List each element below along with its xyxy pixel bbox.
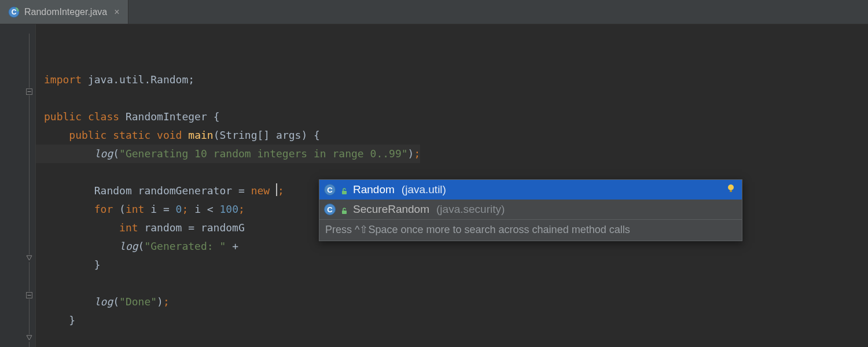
fold-toggle-icon[interactable]	[25, 88, 33, 95]
completion-item-name: Random	[353, 183, 395, 196]
tab-bar: C RandomInteger.java ×	[0, 0, 868, 24]
lightbulb-icon[interactable]	[726, 183, 736, 197]
completion-item-name: SecureRandom	[353, 203, 429, 216]
code-editor[interactable]: import java.util.Random; public class Ra…	[0, 24, 868, 347]
class-icon: C	[324, 204, 336, 215]
completion-item-package: (java.security)	[436, 203, 505, 216]
svg-point-10	[728, 184, 734, 190]
svg-rect-11	[730, 190, 732, 192]
svg-text:C: C	[12, 8, 17, 16]
code-completion-popup[interactable]: C Random (java.util) C SecureRandom (jav…	[319, 179, 742, 241]
completion-item-package: (java.util)	[402, 183, 446, 196]
gutter[interactable]	[0, 24, 36, 347]
completion-hint: Press ^⇧Space once more to search across…	[319, 219, 742, 241]
close-tab-icon[interactable]: ×	[112, 7, 119, 17]
public-lock-icon	[340, 205, 348, 213]
java-class-file-icon: C	[8, 6, 20, 18]
fold-guide-line	[29, 34, 30, 347]
fold-toggle-icon[interactable]	[25, 291, 33, 299]
completion-item[interactable]: C SecureRandom (java.security)	[319, 200, 742, 219]
fold-toggle-icon[interactable]	[25, 334, 33, 342]
fold-toggle-icon[interactable]	[25, 254, 33, 262]
tab-filename: RandomInteger.java	[24, 7, 107, 17]
public-lock-icon	[340, 186, 348, 194]
class-icon: C	[324, 184, 336, 195]
editor-tab[interactable]: C RandomInteger.java ×	[0, 0, 128, 24]
svg-marker-8	[27, 335, 32, 340]
text-caret	[276, 183, 277, 196]
svg-marker-5	[27, 256, 32, 260]
svg-rect-9	[342, 191, 347, 194]
completion-item[interactable]: C Random (java.util)	[319, 180, 742, 200]
svg-rect-12	[342, 211, 347, 214]
